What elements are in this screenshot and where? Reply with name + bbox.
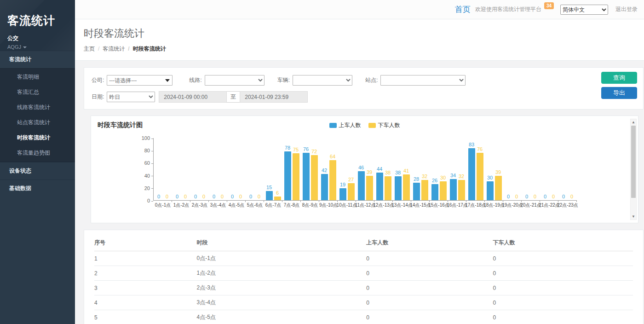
sidebar-item-passenger-stats[interactable]: 客流统计 <box>0 51 75 68</box>
date-preset-select[interactable]: 昨日 <box>107 92 155 102</box>
bar[interactable] <box>431 184 438 200</box>
bar[interactable] <box>450 179 457 200</box>
bar-value-label: 0 <box>562 194 565 200</box>
bar[interactable] <box>311 155 318 200</box>
x-axis-label: 16点-17点 <box>447 202 468 208</box>
bar[interactable] <box>458 180 465 200</box>
chart-vertical-scrollbar[interactable]: ▲ ▼ <box>630 119 637 220</box>
col-header-period: 时段 <box>196 235 366 251</box>
table-cell: 2 <box>94 266 196 281</box>
bar[interactable] <box>440 181 447 200</box>
bar[interactable] <box>284 151 291 200</box>
x-axis-label: 14点-15点 <box>410 202 431 208</box>
bar-value-label: 0 <box>534 194 536 200</box>
bar[interactable] <box>468 148 475 200</box>
table-cell: 1 <box>94 251 196 266</box>
table-cell: 2点-3点 <box>196 281 366 295</box>
y-tick-label: 40 <box>144 173 153 179</box>
sidebar-item-device-status[interactable]: 设备状态 <box>0 162 75 179</box>
date-start-input[interactable]: 2024-01-09 00:00 <box>159 91 227 103</box>
table-cell: 4 <box>94 295 196 310</box>
bar[interactable] <box>321 174 328 200</box>
content: 公司: ---请选择--- 线路: 车辆: 站点: <box>75 61 644 324</box>
breadcrumb-section[interactable]: 客流统计 <box>98 45 125 53</box>
scrollbar-thumb[interactable] <box>631 126 636 198</box>
table-row: 54点-5点00 <box>94 310 633 324</box>
bar[interactable] <box>293 153 299 200</box>
bar-value-label: 0 <box>570 194 573 200</box>
chart-header: 时段车流统计图 上车人数 下车人数 <box>98 121 632 132</box>
bar-group: 42649点-10点 <box>319 138 338 200</box>
x-axis-label: 15点-16点 <box>428 202 449 208</box>
bar[interactable] <box>339 188 346 200</box>
vehicle-select[interactable] <box>293 75 352 86</box>
sidebar-subitem[interactable]: 客流量趋势图 <box>0 145 75 161</box>
bar[interactable] <box>487 181 494 200</box>
table-panel: 序号 时段 上车人数 下车人数 10点-1点0021点-2点0032点-3点00… <box>84 230 644 324</box>
home-link[interactable]: 首页 <box>455 4 471 15</box>
bar[interactable] <box>358 171 365 200</box>
sidebar-subitem[interactable]: 客流明细 <box>0 69 75 85</box>
bar-value-label: 26 <box>432 178 437 184</box>
bar-group: 0019点-20点 <box>503 138 522 200</box>
table-cell: 1点-2点 <box>196 266 366 281</box>
legend-item-boarding[interactable]: 上车人数 <box>329 122 361 129</box>
org-code-dropdown[interactable]: AQGJ <box>7 44 75 50</box>
legend-item-alighting[interactable]: 下车人数 <box>368 122 400 129</box>
language-select[interactable]: 简体中文 <box>560 5 608 15</box>
filter-row-2: 日期: 昨日 2024-01-09 00:00 至 2024-01-09 23:… <box>92 91 636 103</box>
bar[interactable] <box>329 160 336 200</box>
legend-swatch-boarding <box>329 123 337 128</box>
bar-group: 005点-6点 <box>246 138 264 200</box>
logout-link[interactable]: 退出登录 <box>615 6 638 13</box>
bar[interactable] <box>303 153 310 200</box>
col-header-index: 序号 <box>94 235 196 251</box>
bar[interactable] <box>395 176 402 200</box>
date-end-input[interactable]: 2024-01-09 23:59 <box>240 91 308 103</box>
bar-value-label: 15 <box>266 185 272 191</box>
bar-group: 303918点-19点 <box>485 138 503 200</box>
bar[interactable] <box>385 176 391 200</box>
bar[interactable] <box>477 153 483 200</box>
sidebar-item-base-data[interactable]: 基础数据 <box>0 179 75 197</box>
bar[interactable] <box>266 191 273 200</box>
chart-legend: 上车人数 下车人数 <box>98 122 632 129</box>
export-button[interactable]: 导出 <box>601 87 637 99</box>
sidebar-subitem[interactable]: 站点客流统计 <box>0 115 75 130</box>
bar-group: 192710点-11点 <box>338 138 356 200</box>
bar[interactable] <box>366 176 373 200</box>
y-tick-label: 80 <box>144 148 153 153</box>
chart-title: 时段车流统计图 <box>98 121 143 128</box>
chart-y-axis: 020406080100 <box>132 138 153 201</box>
company-select[interactable]: ---请选择--- <box>107 75 172 86</box>
bar-value-label: 6 <box>276 190 279 196</box>
bar[interactable] <box>413 183 420 200</box>
line-select[interactable] <box>205 75 264 86</box>
breadcrumb-home[interactable]: 主页 <box>84 45 95 53</box>
sidebar-subitem[interactable]: 线路客流统计 <box>0 100 75 115</box>
sidebar-subitem[interactable]: 客流汇总 <box>0 85 75 100</box>
station-select[interactable] <box>380 75 466 86</box>
bar[interactable] <box>376 173 383 200</box>
table-cell: 0 <box>493 310 633 324</box>
bar-value-label: 42 <box>322 168 327 174</box>
bar[interactable] <box>348 183 355 200</box>
scrollbar-down-icon[interactable]: ▼ <box>631 214 636 220</box>
bar-value-label: 75 <box>293 147 299 153</box>
bar[interactable] <box>495 176 502 200</box>
notification-badge[interactable]: 34 <box>544 2 554 9</box>
scrollbar-up-icon[interactable]: ▲ <box>631 119 636 125</box>
bar-value-label: 0 <box>507 194 510 200</box>
station-label: 站点: <box>365 76 378 84</box>
company-label: 公司: <box>92 76 104 84</box>
y-tick-label: 60 <box>144 160 153 166</box>
y-tick-label: 0 <box>147 198 153 203</box>
bar[interactable] <box>274 197 281 200</box>
bar-value-label: 0 <box>166 194 168 200</box>
search-button[interactable]: 查询 <box>601 72 637 84</box>
sidebar-subitem[interactable]: 时段客流统计 <box>0 130 75 145</box>
bar[interactable] <box>403 174 410 200</box>
bar-value-label: 0 <box>249 194 252 200</box>
bar[interactable] <box>421 180 428 200</box>
bar-value-label: 0 <box>515 194 518 200</box>
